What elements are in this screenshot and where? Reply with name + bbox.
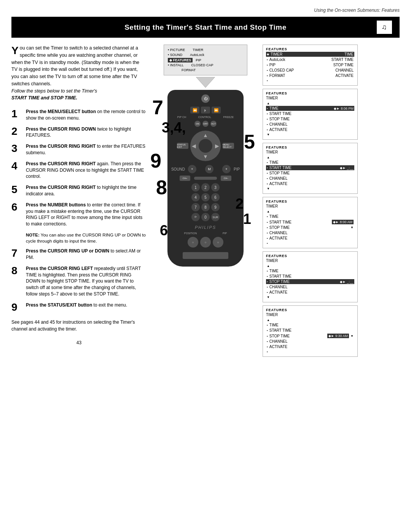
mute-button[interactable]: M (205, 165, 213, 173)
pip-size-button[interactable]: ○ (213, 237, 223, 248)
panel-6: FEATURES TIMER ▲ • TIME • START TIME • S… (263, 305, 358, 357)
pip-swap-button[interactable]: ○ (200, 237, 211, 248)
pip-on-button[interactable]: ON (194, 121, 201, 127)
overlay-9: 9 (150, 151, 161, 171)
ch-minus[interactable]: CH− (221, 176, 231, 181)
cursor-left[interactable]: ◀ (192, 143, 196, 149)
num-4[interactable]: 4 (191, 193, 200, 201)
svg-marker-0 (196, 77, 215, 88)
intro-body: ou can set the Timer to switch to a sele… (11, 45, 139, 101)
play-button[interactable]: ⏵ (201, 107, 210, 113)
page-container: Using the On-screen Submenus: Features S… (0, 0, 411, 532)
panel5-stoptime-row: • STOP TIME ◆► _:__ (266, 279, 354, 284)
num-1[interactable]: 1 (191, 183, 200, 192)
page-title: Setting the Timer's Start Time and Stop … (34, 23, 377, 32)
footer-note: See pages 44 and 45 for instructions on … (11, 319, 147, 332)
num-icon[interactable]: ⟳ (191, 213, 200, 221)
panel-2: FEATURES TIMER ▲ • TIME ◆► 8:06 PM • STA… (263, 89, 358, 140)
right-column: FEATURES ◆ TIMER TIME • AutoLock START T… (259, 45, 358, 357)
volume-bar (194, 177, 217, 180)
fastforward-button[interactable]: ⏩ (212, 107, 221, 113)
note-block: NOTE: You can also use the CURSOR RING U… (26, 232, 147, 244)
page-number: 43 (11, 340, 147, 345)
num-2[interactable]: 2 (201, 183, 210, 192)
sound-label: SOUND (171, 167, 185, 171)
step-3: 3 Press the CURSOR RING RIGHT to enter t… (11, 143, 147, 156)
pip-label: PIP (234, 167, 240, 171)
vol-down-button[interactable]: + (222, 165, 231, 173)
page-header: Using the On-screen Submenus: Features (11, 8, 400, 13)
cursor-ring[interactable]: ▲ ▼ ◀ ▶ (190, 131, 221, 161)
panel2-time-row: • TIME ◆► 8:06 PM (266, 106, 354, 111)
num-0[interactable]: 0 (201, 213, 210, 221)
header-text: Using the On-screen Submenus: Features (314, 8, 400, 13)
left-column: Y ou can set the Timer to switch to a se… (11, 45, 152, 345)
overlay-1: 1 (243, 212, 251, 226)
bottom-labels: POSITION PIP (171, 232, 240, 235)
steps-list: 1 Press the MENU/SELECT button on the re… (11, 109, 147, 227)
power-button[interactable]: ⏻ (201, 94, 210, 103)
ch-plus[interactable]: CH+ (180, 176, 190, 181)
ch-row: CH+ CH− (180, 176, 231, 181)
dropcap: Y (11, 45, 19, 56)
cursor-down[interactable]: ▼ (203, 153, 208, 160)
main-layout: Y ou can set the Timer to switch to a se… (11, 45, 400, 357)
rewind-button[interactable]: ⏪ (190, 107, 199, 113)
step-1: 1 Press the MENU/SELECT button on the re… (11, 109, 147, 121)
step-7: 7 Press the CURSOR RING UP or DOWN to se… (11, 248, 147, 261)
num-7[interactable]: 7 (191, 203, 200, 211)
philips-logo: PHILIPS (195, 225, 216, 230)
number-pad: 1 2 3 4 5 6 7 8 9 ⟳ 0 SUR (191, 183, 220, 221)
steps-list-2: 7 Press the CURSOR RING UP or DOWN to se… (11, 248, 147, 313)
num-surr[interactable]: SUR (211, 213, 220, 221)
title-bar: Setting the Timer's Start Time and Stop … (11, 17, 400, 38)
panel-4: FEATURES TIMER ▲ • TIME • START TIME ◆► … (263, 197, 358, 248)
status-button[interactable]: STATUS EXIT (177, 143, 188, 149)
bottom-buttons: ○ ○ ○ (188, 237, 223, 248)
active-button[interactable]: ACT (210, 121, 217, 127)
pos-button[interactable]: ○ (188, 237, 198, 248)
num-9[interactable]: 9 (211, 203, 220, 211)
title-icon: ♫ (377, 21, 392, 34)
panel1-timer-row: ◆ TIMER TIME (266, 52, 354, 57)
remote-control: ⏻ ⏪ ⏵ ⏩ PIP CH CONTROL FREEZE (167, 90, 244, 267)
cursor-center[interactable] (199, 139, 212, 153)
remote-power-row: ⏻ (201, 94, 210, 103)
panel-3: FEATURES TIMER ▲ • TIME • START TIME ◆► … (263, 143, 358, 194)
overlay-3: 3,4, (162, 120, 186, 135)
step-5: 5 Press the CURSOR RING RIGHT to highlig… (11, 184, 147, 197)
overlay-6: 6 (160, 223, 168, 238)
step-9: 9 Press the STATUS/EXIT button to exit t… (11, 302, 147, 313)
overlay-5: 5 (244, 132, 255, 152)
intro-text: Y ou can set the Timer to switch to a se… (11, 45, 147, 102)
step-4: 4 Press the CURSOR RING RIGHT again. The… (11, 161, 147, 180)
num-5[interactable]: 5 (201, 193, 210, 201)
num-6[interactable]: 6 (211, 193, 220, 201)
panel3-starttime-row: • START TIME ◆► _:__ (266, 165, 354, 170)
dropdown-arrow (194, 77, 217, 88)
action-buttons-row: ON OFF ACT (194, 121, 217, 127)
step-8: 8 Press the CURSOR RING LEFT repeatedly … (11, 265, 147, 297)
vol-up-button[interactable]: + (188, 165, 196, 173)
overlay-7: 7 (152, 97, 163, 117)
remote-wrapper: 7 3,4, 5 9 8 2 1 6 ⏻ ⏪ ⏵ ⏩ (167, 90, 244, 267)
menu-display: • PICTURETIMER • SOUNDAutoLock ◆ FEATURE… (164, 45, 247, 75)
menu-button[interactable]: MENU SELECT (223, 143, 234, 149)
center-column: • PICTURETIMER • SOUNDAutoLock ◆ FEATURE… (152, 45, 259, 267)
step-6: 6 Press the NUMBER buttons to enter the … (11, 202, 147, 227)
panel-1: FEATURES ◆ TIMER TIME • AutoLock START T… (263, 45, 358, 86)
num-3[interactable]: 3 (211, 183, 220, 192)
panel-5: FEATURES TIMER ▲ • TIME • START TIME • S… (263, 251, 358, 302)
cursor-up[interactable]: ▲ (203, 132, 208, 138)
panel4-starttime-row: • START TIME ◆► 8:00 AM (266, 219, 354, 225)
volume-row: SOUND + M + PIP (171, 165, 240, 173)
remote-transport: ⏪ ⏵ ⏩ (190, 107, 221, 113)
num-8[interactable]: 8 (201, 203, 210, 211)
pip-off-button[interactable]: OFF (202, 121, 209, 127)
remote-labels: PIP CH CONTROL FREEZE (171, 116, 240, 118)
panel6-stoptime-row: • STOP TIME ◆► 9:30 AM ▼ (266, 333, 354, 339)
overlay-8: 8 (156, 177, 167, 197)
step-2: 2 Press the CURSOR RING DOWN twice to hi… (11, 126, 147, 139)
cursor-right[interactable]: ▶ (215, 143, 219, 149)
overlay-2-1: 2 (236, 197, 244, 211)
